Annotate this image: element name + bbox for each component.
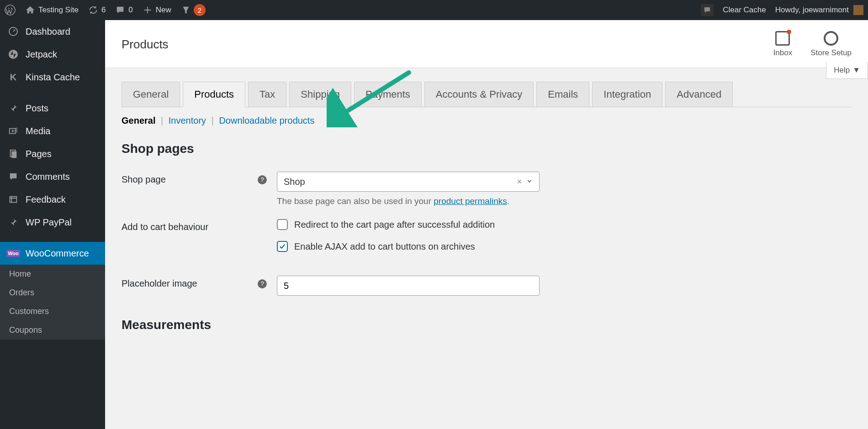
- updates-link[interactable]: 6: [83, 0, 110, 20]
- wordpress-icon: [5, 5, 16, 16]
- chevron-down-icon[interactable]: [526, 177, 533, 187]
- help-tip-icon[interactable]: ?: [258, 175, 267, 184]
- subtab-general[interactable]: General: [122, 115, 155, 126]
- woo-icon: Woo: [7, 247, 19, 259]
- help-tab[interactable]: Help▼: [826, 62, 868, 79]
- pages-icon: [7, 148, 19, 160]
- jetpack-icon: [7, 48, 19, 60]
- wp-logo[interactable]: [0, 0, 20, 20]
- shop-page-label: Shop page: [122, 174, 258, 185]
- circle-icon: [824, 31, 838, 46]
- placeholder-image-input[interactable]: [277, 276, 540, 296]
- inbox-label: Inbox: [773, 48, 793, 58]
- yoast-link[interactable]: 2: [176, 0, 210, 20]
- yoast-badge: 2: [194, 4, 206, 16]
- shop-page-select[interactable]: Shop ×: [277, 172, 540, 192]
- submenu-home[interactable]: Home: [0, 265, 105, 283]
- sidebar-item-wp-paypal[interactable]: WP PayPal: [0, 211, 105, 234]
- submenu-customers[interactable]: Customers: [0, 302, 105, 321]
- settings-subtabs: General | Inventory | Downloadable produ…: [122, 115, 852, 126]
- redirect-checkbox[interactable]: [277, 219, 288, 230]
- tab-tax[interactable]: Tax: [248, 82, 286, 107]
- row-shop-page: Shop page? Shop × The base page can also…: [122, 165, 852, 213]
- redirect-label: Redirect to the cart page after successf…: [294, 220, 495, 230]
- tab-accounts-privacy[interactable]: Accounts & Privacy: [424, 82, 534, 107]
- tab-general[interactable]: General: [122, 82, 180, 107]
- sidebar-label: Jetpack: [26, 49, 57, 60]
- row-placeholder-image: Placeholder image?: [122, 269, 852, 302]
- placeholder-image-label: Placeholder image: [122, 278, 258, 289]
- clear-icon[interactable]: ×: [517, 177, 522, 187]
- updates-count: 6: [101, 5, 106, 15]
- sidebar-item-feedback[interactable]: Feedback: [0, 188, 105, 211]
- ajax-label: Enable AJAX add to cart buttons on archi…: [294, 241, 475, 252]
- sidebar-label: Kinsta Cache: [26, 72, 80, 83]
- clear-cache-link[interactable]: Clear Cache: [718, 0, 771, 20]
- clear-cache-label: Clear Cache: [723, 5, 766, 15]
- new-label: New: [156, 5, 171, 15]
- home-icon: [25, 5, 36, 16]
- notes-button[interactable]: [696, 0, 718, 20]
- inbox-icon: [775, 31, 790, 46]
- sidebar-label: Posts: [26, 103, 48, 114]
- tab-payments[interactable]: Payments: [354, 82, 422, 107]
- page-header: Products Inbox Store Setup: [105, 20, 868, 68]
- shop-pages-heading: Shop pages: [122, 141, 852, 156]
- comment-icon: [115, 5, 126, 16]
- media-icon: [7, 125, 19, 137]
- page-title: Products: [122, 37, 169, 52]
- tab-integration[interactable]: Integration: [592, 82, 662, 107]
- sidebar-label: Feedback: [26, 194, 66, 205]
- sidebar-item-posts[interactable]: Posts: [0, 97, 105, 120]
- tab-shipping[interactable]: Shipping: [289, 82, 351, 107]
- ajax-checkbox[interactable]: [277, 241, 288, 252]
- yoast-icon: [180, 5, 191, 16]
- sidebar-label: Pages: [26, 149, 52, 159]
- store-setup-label: Store Setup: [810, 48, 852, 58]
- sidebar-item-jetpack[interactable]: Jetpack: [0, 43, 105, 66]
- sidebar-item-comments[interactable]: Comments: [0, 165, 105, 188]
- sidebar-label: Media: [26, 126, 50, 136]
- comment-icon: [7, 171, 19, 183]
- svg-rect-5: [11, 152, 16, 158]
- row-add-to-cart: Add to cart behaviour Redirect to the ca…: [122, 213, 852, 269]
- shop-page-value: Shop: [284, 177, 305, 187]
- comments-link[interactable]: 0: [110, 0, 137, 20]
- refresh-icon: [88, 5, 99, 16]
- sidebar-item-kinsta[interactable]: KKinsta Cache: [0, 66, 105, 89]
- sidebar-item-media[interactable]: Media: [0, 120, 105, 142]
- product-permalinks-link[interactable]: product permalinks: [434, 196, 507, 206]
- submenu-coupons[interactable]: Coupons: [0, 321, 105, 340]
- tab-emails[interactable]: Emails: [536, 82, 589, 107]
- admin-sidebar: Dashboard Jetpack KKinsta Cache Posts Me…: [0, 20, 105, 429]
- help-tip-icon[interactable]: ?: [258, 279, 267, 288]
- plus-icon: [142, 5, 153, 16]
- svg-rect-6: [10, 197, 17, 203]
- sidebar-label: Comments: [26, 172, 70, 182]
- site-name: Testing Site: [38, 5, 79, 15]
- sidebar-label: WP PayPal: [26, 217, 72, 228]
- avatar-icon: [853, 5, 863, 15]
- site-link[interactable]: Testing Site: [20, 0, 83, 20]
- sidebar-label: Dashboard: [26, 26, 70, 37]
- gauge-icon: [7, 26, 19, 37]
- tab-products[interactable]: Products: [183, 82, 245, 107]
- feedback-icon: [7, 194, 19, 205]
- store-setup-button[interactable]: Store Setup: [810, 31, 852, 58]
- subtab-inventory[interactable]: Inventory: [169, 115, 206, 126]
- sidebar-item-pages[interactable]: Pages: [0, 142, 105, 165]
- tab-advanced[interactable]: Advanced: [665, 82, 733, 107]
- sidebar-item-dashboard[interactable]: Dashboard: [0, 20, 105, 43]
- shop-page-hint: The base page can also be used in your p…: [277, 196, 852, 206]
- pin-icon: [7, 102, 19, 114]
- svg-point-2: [9, 50, 18, 59]
- subtab-downloadable[interactable]: Downloadable products: [219, 115, 314, 126]
- submenu-orders[interactable]: Orders: [0, 283, 105, 302]
- sidebar-item-woocommerce[interactable]: WooWooCommerce: [0, 242, 105, 265]
- chat-icon: [701, 4, 714, 16]
- admin-bar: Testing Site 6 0 New 2 Clear Cache Howdy…: [0, 0, 868, 20]
- settings-tabs: General Products Tax Shipping Payments A…: [122, 82, 852, 107]
- new-link[interactable]: New: [138, 0, 176, 20]
- account-link[interactable]: Howdy, joewarnimont: [771, 0, 868, 20]
- inbox-button[interactable]: Inbox: [773, 31, 793, 58]
